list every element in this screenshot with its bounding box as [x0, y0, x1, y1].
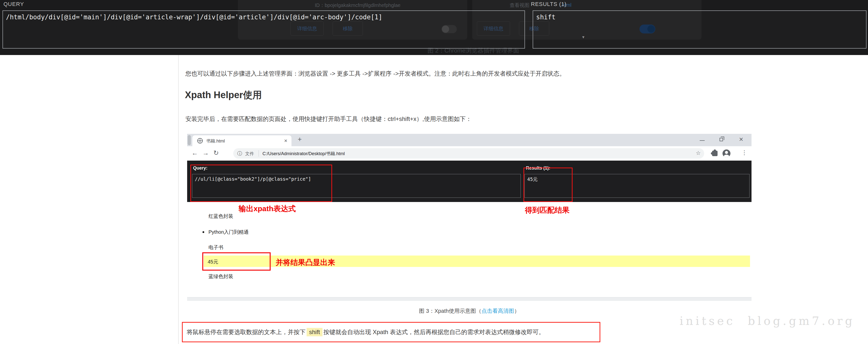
figure3-caption-close: ） [514, 308, 520, 314]
list-item: Python入门到精通 [209, 229, 249, 236]
tip-text-after: 按键就会自动出现 Xpath 表达式，然后再根据您自己的需求对表达式稍微修改即可… [323, 328, 545, 336]
tab-close-icon: ✕ [284, 138, 287, 144]
article-paragraph-1: 您也可以通过以下步骤进入上述管理界面：浏览器设置 -> 更多工具 ->扩展程序 … [185, 70, 565, 77]
back-icon: ← [192, 149, 198, 157]
query-label: QUERY [3, 1, 24, 7]
shot-scrollbar [187, 297, 751, 301]
annotation-query-text: 输出xpath表达式 [239, 204, 296, 214]
hd-image-link[interactable]: 点击看高清图 [481, 308, 514, 314]
tip-box: 将鼠标悬停在需要选取数据的文本上，并按下shift按键就会自动出现 Xpath … [182, 322, 600, 342]
figure3-screenshot: 书籍.html ✕ + ✕ ← → ↻ ⓘ 文件 C:/Users/Admini… [187, 134, 751, 302]
extensions-puzzle-icon [712, 151, 718, 156]
bullet-icon [203, 231, 204, 233]
menu-dots-icon: ⋮ [741, 149, 747, 156]
list-item: 电子书 [209, 244, 223, 251]
url-field: ⓘ 文件 C:/Users/Administrator/Desktop/书籍.h… [233, 148, 704, 159]
bookmark-star-icon: ☆ [696, 150, 701, 156]
content-left-border [178, 55, 179, 344]
list-item: 红蓝色封装 [209, 213, 233, 220]
ghost-extension-id: ID：bpojelgakakmcfmjfilgdlmhefphglae [315, 2, 401, 9]
section-heading: Xpath Helper使用 [185, 89, 262, 101]
tab-title: 书籍.html [206, 138, 225, 144]
url-text: C:/Users/Administrator/Desktop/书籍.html [262, 151, 345, 157]
list-item-price: 45元 [208, 258, 218, 265]
window-close-icon: ✕ [739, 136, 743, 143]
query-input[interactable]: /html/body/div[@id='main']/div[@id='arti… [2, 10, 525, 49]
query-value: /html/body/div[@id='main']/div[@id='arti… [3, 11, 524, 23]
forward-icon: → [203, 149, 209, 157]
site-watermark: initsec blog.gm7.org [680, 314, 855, 327]
reload-icon: ↻ [213, 149, 219, 157]
avatar [722, 150, 731, 157]
file-scheme-label: 文件 [245, 151, 254, 157]
annotation-results-text: 得到匹配结果 [525, 205, 569, 215]
results-label: RESULTS (1) [531, 1, 567, 7]
browser-address-bar: ← → ↻ ⓘ 文件 C:/Users/Administrator/Deskto… [187, 146, 751, 161]
info-icon: ⓘ [237, 150, 242, 157]
restore-icon [719, 138, 723, 141]
ghost-views-label: 查看视图 [509, 2, 529, 9]
browser-tab: 书籍.html ✕ [192, 135, 291, 146]
browser-tab-bar: 书籍.html ✕ + ✕ [187, 134, 751, 146]
minimize-icon [700, 140, 705, 141]
tip-text-before: 将鼠标悬停在需要选取数据的文本上，并按下 [187, 328, 306, 336]
list-item: 蓝绿色封装 [209, 273, 233, 280]
tab-stub [188, 135, 191, 145]
annotation-box-query [190, 164, 332, 202]
xpath-helper-panel: ID：bpojelgakakmcfmjfilgdlmhefphglae 详细信息… [0, 0, 868, 55]
figure3-caption: 图 3：Xpath使用示意图（点击看高清图） [187, 307, 751, 315]
url-divider [258, 150, 259, 157]
globe-icon [197, 138, 203, 144]
annotation-highlight-text: 并将结果凸显出来 [276, 257, 335, 268]
shift-key-chip: shift [307, 328, 322, 336]
article-paragraph-2: 安装完毕后，在需要匹配数据的页面处，使用快捷键打开助手工具（快捷键：ctrl+s… [185, 115, 472, 123]
annotation-box-results [524, 167, 572, 202]
results-value: shift [533, 11, 866, 23]
figure3-caption-text: 图 3：Xpath使用示意图（ [419, 308, 482, 314]
new-tab-icon: + [298, 135, 302, 143]
results-box: shift [533, 10, 867, 49]
